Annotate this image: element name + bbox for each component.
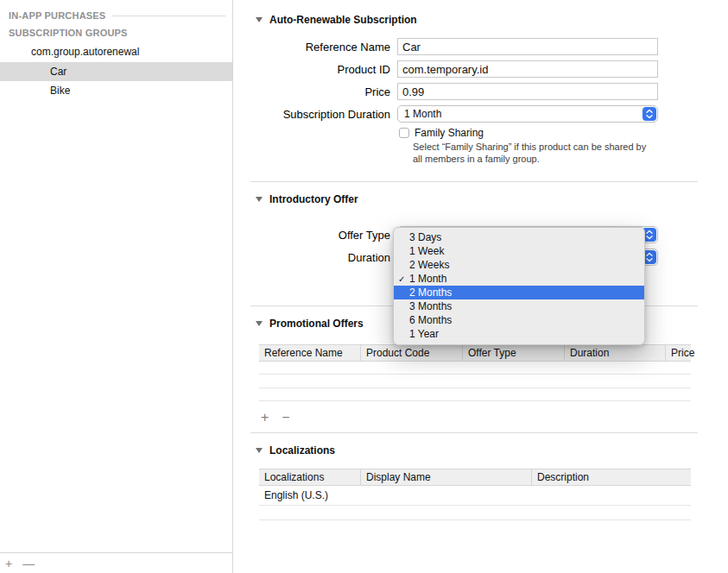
table-row[interactable]	[259, 362, 691, 375]
section-localizations-header: Localizations	[256, 444, 698, 457]
menu-item-1-month[interactable]: ✓ 1 Month	[394, 272, 644, 286]
column-display-name: Display Name	[361, 469, 532, 485]
column-price: Price	[666, 345, 694, 361]
reference-name-row: Reference Name	[250, 38, 698, 55]
table-row[interactable]	[259, 506, 691, 520]
section-localizations-title: Localizations	[269, 444, 335, 457]
menu-item-1-year[interactable]: 1 Year	[394, 327, 644, 341]
column-offer-type: Offer Type	[463, 345, 565, 361]
section-divider	[250, 432, 698, 433]
price-label: Price	[250, 85, 390, 98]
localizations-table: Localizations Display Name Description E…	[259, 469, 691, 520]
disclosure-triangle-icon[interactable]	[256, 197, 263, 202]
menu-item-6-months[interactable]: 6 Months	[394, 313, 644, 327]
disclosure-triangle-icon[interactable]	[256, 321, 263, 326]
sidebar-item-car[interactable]: Car	[0, 62, 232, 81]
remove-offer-button[interactable]: −	[282, 411, 289, 425]
section-introductory-offer-title: Introductory Offer	[269, 193, 358, 205]
reference-name-label: Reference Name	[250, 41, 390, 54]
subscription-duration-value: 1 Month	[398, 108, 441, 120]
family-sharing-help-line1: Select “Family Sharing” if this product …	[413, 141, 672, 153]
duration-dropdown-menu: 3 Days 1 Week 2 Weeks ✓ 1 Month 2 Months…	[393, 227, 645, 345]
column-product-code: Product Code	[361, 345, 463, 361]
section-divider	[250, 181, 698, 182]
reference-name-input[interactable]	[397, 38, 658, 55]
sidebar-bottom-bar: + —	[0, 552, 232, 573]
family-sharing-label: Family Sharing	[415, 127, 484, 139]
menu-item-2-weeks[interactable]: 2 Weeks	[394, 258, 644, 272]
section-promotional-offers-title: Promotional Offers	[269, 318, 364, 330]
sidebar-header-in-app-purchases: IN-APP PURCHASES	[0, 7, 232, 24]
family-sharing-help-line2: all members in a family group.	[413, 153, 672, 165]
section-auto-renewable-header: Auto-Renewable Subscription	[256, 13, 698, 26]
table-row[interactable]	[259, 375, 691, 388]
sidebar-header-iap-label: IN-APP PURCHASES	[9, 10, 105, 21]
promotional-offers-table-header: Reference Name Product Code Offer Type D…	[259, 344, 691, 362]
menu-item-3-days[interactable]: 3 Days	[394, 230, 644, 244]
family-sharing-row: Family Sharing	[399, 127, 698, 139]
localization-row-english-us[interactable]: English (U.S.)	[259, 486, 691, 506]
column-reference-name: Reference Name	[259, 345, 361, 361]
intro-duration-label: Duration	[250, 251, 390, 264]
sidebar-remove-button[interactable]: —	[22, 557, 35, 570]
product-id-label: Product ID	[250, 63, 390, 76]
menu-item-2-months[interactable]: 2 Months	[394, 286, 644, 299]
promotional-offers-actions: + −	[261, 411, 698, 425]
table-row[interactable]	[259, 388, 691, 401]
family-sharing-checkbox[interactable]	[399, 128, 409, 138]
menu-item-1-week[interactable]: 1 Week	[394, 244, 644, 258]
offer-type-label: Offer Type	[250, 229, 390, 242]
column-duration: Duration	[565, 345, 666, 361]
section-auto-renewable-title: Auto-Renewable Subscription	[269, 14, 417, 26]
subscription-duration-popup[interactable]: 1 Month	[397, 105, 658, 123]
promotional-offers-table: Reference Name Product Code Offer Type D…	[259, 344, 691, 401]
price-row: Price	[250, 83, 698, 100]
sidebar-add-button[interactable]: +	[5, 557, 12, 570]
subscription-duration-row: Subscription Duration 1 Month	[250, 105, 698, 123]
popup-stepper-icon	[643, 107, 656, 121]
column-description: Description	[532, 469, 691, 485]
sidebar-header-subscription-groups: SUBSCRIPTION GROUPS	[0, 24, 232, 41]
sidebar-group-autorenewal[interactable]: com.group.autorenewal	[0, 41, 232, 62]
menu-item-3-months[interactable]: 3 Months	[394, 299, 644, 313]
disclosure-triangle-icon[interactable]	[256, 17, 263, 22]
add-offer-button[interactable]: +	[261, 411, 269, 425]
section-introductory-offer-header: Introductory Offer	[256, 192, 698, 205]
sidebar-header-groups-label: SUBSCRIPTION GROUPS	[9, 28, 128, 38]
disclosure-triangle-icon[interactable]	[256, 448, 263, 453]
price-input[interactable]	[397, 83, 658, 100]
sidebar-header-rule	[112, 16, 225, 16]
localizations-table-header: Localizations Display Name Description	[259, 469, 691, 486]
localization-name: English (U.S.)	[259, 489, 361, 501]
product-id-row: Product ID	[250, 60, 698, 78]
product-id-input[interactable]	[397, 60, 658, 78]
checkmark-icon: ✓	[398, 274, 409, 284]
subscription-duration-label: Subscription Duration	[250, 108, 390, 121]
family-sharing-help: Select “Family Sharing” if this product …	[413, 141, 672, 165]
sidebar-item-bike[interactable]: Bike	[0, 81, 232, 100]
sidebar: IN-APP PURCHASES SUBSCRIPTION GROUPS com…	[0, 0, 233, 573]
column-localizations: Localizations	[259, 469, 361, 485]
